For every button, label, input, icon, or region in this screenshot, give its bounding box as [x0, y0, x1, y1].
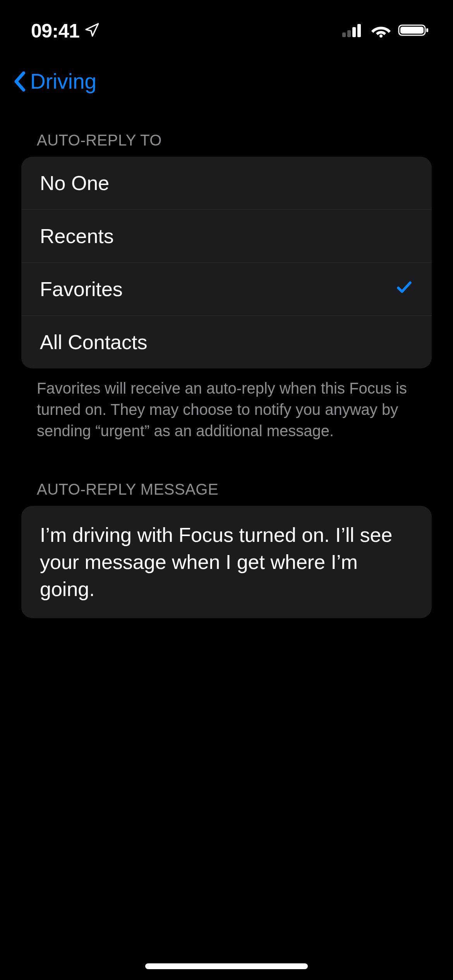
back-button[interactable]: Driving	[12, 69, 96, 94]
auto-reply-to-list: No One Recents Favorites All Contacts	[21, 157, 432, 368]
option-all-contacts[interactable]: All Contacts	[21, 315, 432, 368]
content: Auto-Reply To No One Recents Favorites A…	[0, 132, 453, 618]
checkmark-icon	[395, 278, 413, 301]
battery-icon	[398, 23, 430, 39]
home-indicator[interactable]	[145, 963, 308, 969]
auto-reply-message-text: I’m driving with Focus turned on. I’ll s…	[40, 521, 413, 603]
status-time: 09:41	[31, 20, 79, 42]
nav-bar: Driving	[0, 54, 453, 108]
option-no-one[interactable]: No One	[21, 157, 432, 209]
wifi-icon	[371, 23, 391, 39]
option-label: No One	[40, 171, 109, 195]
svg-rect-6	[400, 27, 424, 34]
option-recents[interactable]: Recents	[21, 209, 432, 262]
location-icon	[84, 22, 100, 39]
option-label: All Contacts	[40, 331, 147, 354]
status-left: 09:41	[31, 20, 100, 42]
svg-rect-2	[352, 27, 356, 37]
svg-rect-0	[342, 33, 346, 37]
svg-rect-3	[357, 24, 361, 37]
svg-point-4	[379, 34, 383, 38]
back-label: Driving	[30, 69, 96, 94]
option-label: Favorites	[40, 278, 123, 301]
section-header-auto-reply-message: Auto-Reply Message	[21, 481, 432, 506]
auto-reply-message-box[interactable]: I’m driving with Focus turned on. I’ll s…	[21, 506, 432, 618]
option-label: Recents	[40, 224, 114, 248]
status-right	[342, 23, 430, 39]
chevron-left-icon	[12, 71, 27, 92]
status-bar: 09:41	[0, 0, 453, 54]
cellular-icon	[342, 23, 364, 39]
section-footer-auto-reply-to: Favorites will receive an auto-reply whe…	[21, 368, 432, 442]
svg-rect-1	[347, 30, 351, 37]
section-header-auto-reply-to: Auto-Reply To	[21, 132, 432, 157]
svg-rect-7	[426, 28, 428, 32]
option-favorites[interactable]: Favorites	[21, 262, 432, 315]
